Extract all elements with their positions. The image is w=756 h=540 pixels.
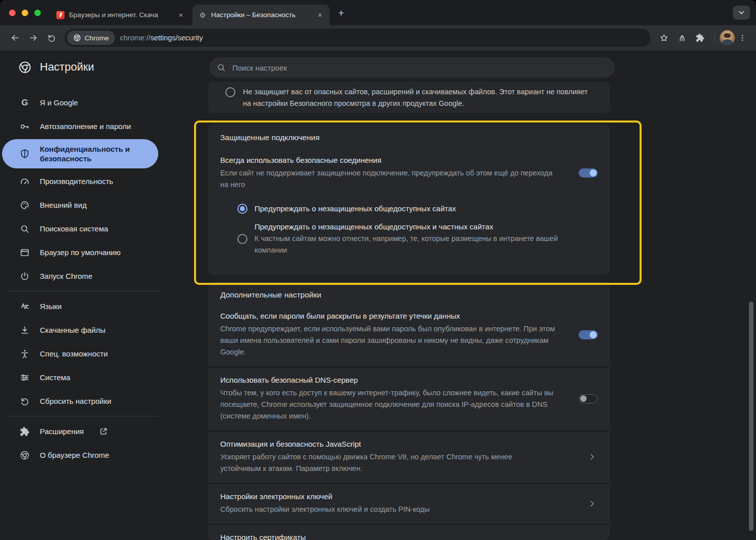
certificates-row[interactable]: Настроить сертификаты Управление настрой… [208, 524, 610, 540]
back-button[interactable] [6, 29, 24, 47]
setting-description: Ускоряет работу сайтов с помощью движка … [220, 451, 548, 474]
option-description: К частным сайтам можно отнести, например… [255, 233, 577, 256]
sidebar-item-privacy-security[interactable]: Конфиденциальность и безопасность [2, 139, 158, 168]
password-leak-toggle[interactable] [579, 330, 598, 339]
tab-close-icon[interactable]: × [316, 11, 325, 20]
sidebar-item-search-engine[interactable]: Поисковая система [0, 217, 166, 241]
setting-title: Всегда использовать безопасные соединени… [220, 155, 559, 165]
search-input[interactable] [209, 57, 615, 78]
restore-icon [19, 396, 30, 407]
tab-search-button[interactable] [733, 6, 750, 20]
sidebar-divider [8, 416, 158, 416]
sidebar-item-autofill[interactable]: Автозаполнение и пароли [0, 114, 166, 138]
sidebar-item-reset[interactable]: Сбросить настройки [0, 389, 166, 413]
browser-window: Браузеры и интернет. Скача × ⚙ Настройки… [0, 0, 756, 540]
tab-title: Браузеры и интернет. Скача [69, 11, 172, 19]
radio-warn-public[interactable] [237, 204, 247, 214]
reload-button[interactable] [42, 29, 60, 47]
puzzle-icon [19, 426, 30, 437]
fullscreen-window-button[interactable] [34, 10, 41, 16]
sidebar-item-on-startup[interactable]: Запуск Chrome [0, 264, 166, 288]
javascript-security-row[interactable]: Оптимизация и безопасность JavaScript Ус… [208, 431, 610, 483]
setting-title: Настроить сертификаты [220, 532, 410, 540]
setting-title: Сообщать, если пароли были раскрыты в ре… [220, 311, 573, 321]
download-icon [19, 325, 30, 336]
https-first-toggle[interactable] [579, 168, 598, 177]
magnifier-icon [19, 223, 30, 234]
back-icon [10, 33, 20, 43]
warn-public-private-option[interactable]: Предупреждать о незащищенных общедоступн… [237, 222, 598, 256]
warn-public-option[interactable]: Предупреждать о незащищенных общедоступн… [237, 204, 598, 214]
extension-icon [678, 34, 686, 42]
new-tab-button[interactable]: + [335, 7, 348, 20]
sidebar-item-accessibility[interactable]: Спец. возможности [0, 342, 166, 366]
https-warn-options: Предупреждать о незащищенных общедоступн… [220, 204, 598, 256]
browser-menu-button[interactable] [735, 29, 750, 47]
site-favicon [56, 11, 65, 19]
radio-warn-public-private[interactable] [237, 234, 247, 244]
setting-title: Настройки электронных ключей [220, 492, 429, 502]
tab-settings-security[interactable]: ⚙ Настройки – Безопасность × [193, 5, 330, 25]
url-text: chrome://settings/security [120, 34, 203, 42]
sidebar-item-appearance[interactable]: Внешний вид [0, 193, 166, 217]
secure-dns-row[interactable]: Использовать безопасный DNS-сервер Чтобы… [208, 367, 610, 431]
radio-no-protection[interactable] [225, 87, 235, 97]
close-window-button[interactable] [9, 10, 16, 16]
forward-button[interactable] [24, 29, 42, 47]
security-keys-row[interactable]: Настройки электронных ключей Сбросить на… [208, 483, 610, 524]
sidebar-item-performance[interactable]: Производительность [0, 169, 166, 193]
setting-description: Сбросить настройки электронных ключей и … [220, 504, 429, 515]
setting-description: Чтобы тем, у кого есть доступ к вашему и… [220, 387, 558, 422]
bookmark-button[interactable] [655, 29, 673, 47]
sliders-icon [19, 372, 30, 383]
browser-toolbar: Chrome chrome://settings/security [0, 25, 756, 50]
page-title: Настройки [40, 61, 94, 74]
section-title: Дополнительные настройки [208, 281, 610, 304]
setting-title: Использовать безопасный DNS-сервер [220, 375, 558, 385]
setting-description: Chrome предупреждает, если используемый … [220, 323, 573, 358]
sidebar-item-about-chrome[interactable]: О браузере Chrome [0, 443, 166, 467]
star-icon [659, 33, 669, 43]
option-label: Предупреждать о незащищенных общедоступн… [255, 222, 577, 232]
extension-button[interactable] [673, 29, 691, 47]
google-g-icon: G [19, 97, 30, 108]
extensions-menu-button[interactable] [691, 29, 709, 47]
open-in-new-icon [99, 427, 108, 436]
safe-browsing-off-option: Не защищает вас от опасных сайтов, расши… [208, 82, 610, 113]
tab-close-icon[interactable]: × [176, 11, 185, 20]
section-title: Защищенные подключения [220, 133, 598, 142]
key-icon [19, 121, 30, 132]
chrome-logo-icon [19, 450, 30, 461]
scrollbar-thumb[interactable] [749, 302, 753, 531]
https-first-row[interactable]: Всегда использовать безопасные соединени… [220, 155, 598, 191]
setting-description: Если сайт не поддерживает защищенное под… [220, 167, 559, 191]
settings-search [209, 57, 615, 78]
sidebar-item-downloads[interactable]: Скачанные файлы [0, 318, 166, 342]
no-protection-description: Не защищает вас от опасных сайтов, расши… [243, 86, 592, 108]
secure-dns-toggle[interactable] [579, 394, 598, 403]
sidebar-item-extensions[interactable]: Расширения [0, 419, 166, 443]
search-icon [217, 63, 226, 72]
site-info-chip[interactable]: Chrome [67, 31, 115, 45]
reload-icon [47, 33, 56, 43]
kebab-menu-icon [738, 34, 746, 42]
setting-title: Оптимизация и безопасность JavaScript [220, 439, 548, 449]
chip-label: Chrome [85, 34, 109, 42]
tab-title: Настройки – Безопасность [211, 11, 311, 19]
minimize-window-button[interactable] [22, 10, 28, 16]
sidebar-item-languages[interactable]: Языки [0, 294, 166, 318]
option-label: Предупреждать о незащищенных общедоступн… [255, 204, 456, 214]
password-leak-row[interactable]: Сообщать, если пароли были раскрыты в ре… [208, 304, 610, 367]
profile-avatar[interactable] [720, 30, 735, 45]
translate-icon [19, 301, 30, 312]
sidebar-item-you-and-google[interactable]: G Я и Google [0, 91, 166, 114]
sidebar-item-system[interactable]: Система [0, 366, 166, 389]
tab-browsers-article[interactable]: Браузеры и интернет. Скача × [50, 5, 191, 25]
address-bar[interactable]: Chrome chrome://settings/security [65, 29, 651, 47]
forward-icon [28, 33, 38, 43]
palette-icon [19, 200, 30, 211]
settings-sidebar: G Я и Google Автозаполнение и пароли Кон… [0, 87, 166, 467]
sidebar-item-default-browser[interactable]: Браузер по умолчанию [0, 241, 166, 264]
chrome-logo-icon [73, 34, 81, 42]
url-path: settings/security [150, 34, 203, 42]
